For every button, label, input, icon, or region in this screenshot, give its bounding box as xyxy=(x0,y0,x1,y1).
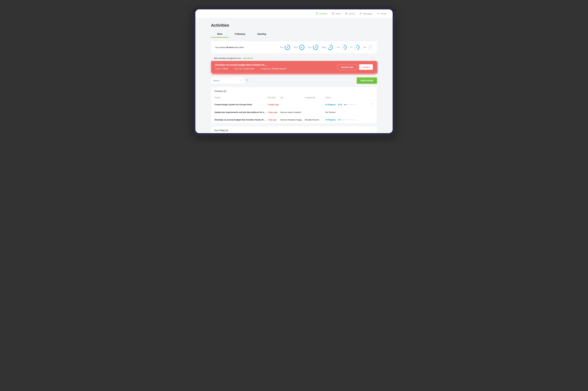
nav-label: News xyxy=(336,12,341,15)
section-title: Due Today (4) xyxy=(215,129,228,132)
search-box xyxy=(211,77,244,84)
project-value: Cieden xyxy=(222,68,228,70)
col-header: Activity xyxy=(215,97,268,99)
day-label: Wed xyxy=(322,46,326,48)
status-text: Not Started xyxy=(325,111,336,113)
tab-mine[interactable]: Mine xyxy=(211,31,228,38)
due-label: Due Date xyxy=(234,68,242,70)
due-value: 01 Dec 2019 xyxy=(244,68,254,70)
svg-point-4 xyxy=(360,13,361,14)
col-header: Due Date xyxy=(268,97,280,99)
section-header[interactable]: Due Today (4) ⌃ xyxy=(211,126,377,133)
day-circle[interactable]: 4 xyxy=(341,45,347,50)
nav-profile[interactable]: Profile xyxy=(377,12,386,15)
activities-icon xyxy=(316,12,318,15)
nav-activities[interactable]: Activities xyxy=(316,12,327,15)
day-label: Sat xyxy=(363,46,366,48)
col-header: Job xyxy=(280,97,305,99)
nav-news[interactable]: News xyxy=(332,12,341,15)
day-circle[interactable]: 8 xyxy=(313,45,318,50)
day-circles: Sun8Mon9Tue8Wed6Thu4Fri4Sat0 xyxy=(280,45,373,50)
nav-label: Profile xyxy=(380,12,386,15)
project-label: Project xyxy=(215,68,221,70)
day-thu: Thu4 xyxy=(336,45,347,50)
progress-pct: 3 % xyxy=(338,119,341,121)
svg-rect-2 xyxy=(346,13,347,14)
by-label: Assigned By xyxy=(261,68,271,70)
day-wed: Wed6 xyxy=(322,45,333,50)
day-circle[interactable]: 4 xyxy=(354,45,360,50)
assigned-by: Mustafa Hussein xyxy=(305,119,325,121)
day-sat: Sat0 xyxy=(363,45,373,50)
section-header[interactable]: Overdue (3) ⌃ xyxy=(211,87,377,95)
due-date: 2 weeks ago xyxy=(268,103,280,106)
progress-bar xyxy=(343,119,356,120)
assigned-header-text: New Activities Assigned to me xyxy=(214,57,241,59)
table-row[interactable]: Update job requirements and job descript… xyxy=(211,108,377,116)
day-fri: Fri4 xyxy=(350,45,360,50)
day-label: Tue xyxy=(308,46,311,48)
day-circle[interactable]: 9 xyxy=(299,45,304,50)
search-icon[interactable] xyxy=(239,79,242,82)
section-title: Overdue (3) xyxy=(215,90,226,93)
toolbar: ⋮ Add Activity xyxy=(211,77,377,84)
svg-point-22 xyxy=(240,79,241,81)
see-all-link[interactable]: See All 23 xyxy=(243,57,253,59)
day-circle[interactable]: 6 xyxy=(327,45,333,50)
activity-name: Update job requirements and job descript… xyxy=(215,111,268,113)
tab-backlog[interactable]: Backlog xyxy=(251,31,272,38)
add-activity-button[interactable]: Add Activity xyxy=(357,77,377,84)
hours-prefix: You worked xyxy=(215,46,226,49)
nav-events[interactable]: Events xyxy=(345,12,355,15)
next-card-button[interactable]: › xyxy=(373,57,374,59)
status-cell: In Progress 3 % xyxy=(325,119,373,121)
device-frame: ActivitiesNewsEventsMessagesProfile Acti… xyxy=(192,6,396,136)
table-row[interactable]: Develops an annual budget that includes … xyxy=(211,116,377,123)
page-title: Activities xyxy=(211,23,377,28)
messages-icon xyxy=(360,12,362,15)
flag-icon[interactable] xyxy=(371,103,373,106)
search-input[interactable] xyxy=(213,79,239,82)
svg-point-7 xyxy=(378,13,378,13)
hours-suffix: this week xyxy=(235,46,244,49)
nav-label: Activities xyxy=(319,12,327,15)
nav-label: Events xyxy=(349,12,355,15)
accept-button[interactable]: Accept xyxy=(359,64,373,70)
day-label: Thu xyxy=(336,46,340,48)
section-panel: Due Today (4) ⌃ ActivityDue DateJobAssig… xyxy=(211,126,377,133)
progress-pct: 15 % xyxy=(338,103,342,106)
status-text: In Progress xyxy=(325,119,336,121)
table-header: ActivityDue DateJobAssigned ByStatus xyxy=(211,95,377,101)
hours-card: You worked 39 hours this week Sun8Mon9Tu… xyxy=(211,41,377,53)
progress-bar xyxy=(344,104,357,105)
day-label: Sun xyxy=(280,46,283,48)
news-icon xyxy=(332,12,334,15)
decide-later-button[interactable]: Decide Later xyxy=(338,64,357,70)
profile-icon xyxy=(377,12,379,15)
day-circle[interactable]: 8 xyxy=(285,45,290,50)
svg-point-6 xyxy=(361,13,361,14)
status-text: In Progress xyxy=(325,103,336,106)
events-icon xyxy=(345,12,348,15)
chevron-up-icon: ⌃ xyxy=(372,90,373,92)
assigned-header: New Activities Assigned to me See All 23… xyxy=(211,57,377,61)
assigned-card-stack: Develops an annual budget that includes … xyxy=(211,61,377,73)
day-tue: Tue8 xyxy=(308,45,318,50)
col-header: Assigned By xyxy=(305,97,325,99)
activity-name: Develops an annual budget that includes … xyxy=(215,119,268,121)
table-row[interactable]: Create design system for Exceed Suite 2 … xyxy=(211,101,377,108)
nav-label: Messages xyxy=(363,12,372,15)
day-label: Mon xyxy=(294,46,297,48)
day-circle[interactable]: 0 xyxy=(368,45,373,50)
more-icon[interactable]: ⋮ xyxy=(251,79,253,82)
tab-following[interactable]: Following xyxy=(228,31,251,38)
filter-icon[interactable] xyxy=(246,79,249,82)
due-date: 1 day ago xyxy=(268,119,280,121)
day-label: Fri xyxy=(350,46,353,48)
card-nav-arrows: ‹ › xyxy=(371,57,374,59)
assigned-card[interactable]: Develops an annual budget that includes … xyxy=(211,61,377,73)
prev-card-button[interactable]: ‹ xyxy=(371,57,372,59)
chevron-up-icon: ⌃ xyxy=(372,129,373,131)
col-header: Status xyxy=(325,97,373,99)
nav-messages[interactable]: Messages xyxy=(360,12,372,15)
